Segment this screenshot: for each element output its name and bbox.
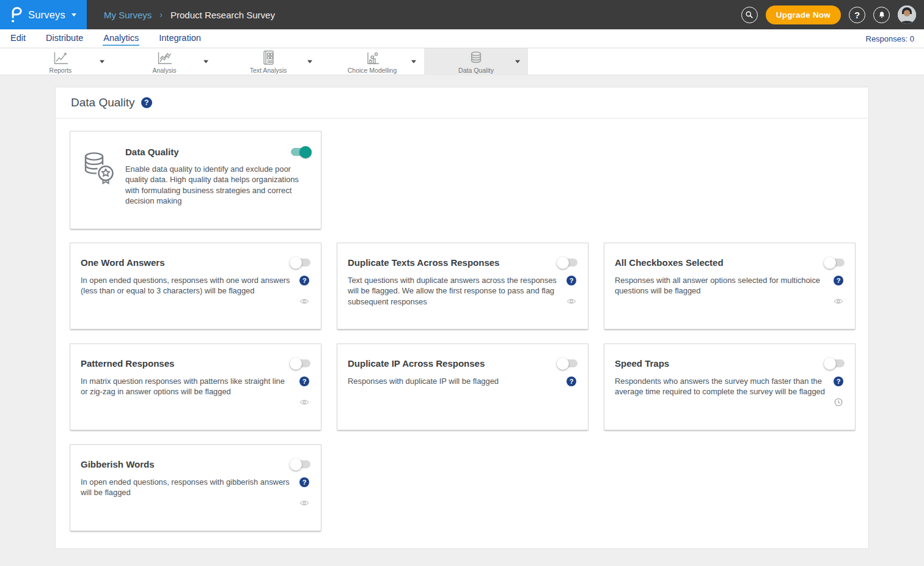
toggle-knob <box>824 358 836 370</box>
feature-card-title: Duplicate IP Across Responses <box>348 358 485 369</box>
toggle-knob <box>290 458 302 471</box>
product-menu-label: Surveys <box>28 9 65 21</box>
feature-side-icons: ? <box>298 477 310 508</box>
help-icon[interactable]: ? <box>834 276 843 285</box>
feature-side-icons: ? <box>298 275 310 306</box>
help-icon[interactable]: ? <box>834 377 843 386</box>
feature-toggle[interactable] <box>559 259 578 266</box>
tool-label: Choice Modelling <box>348 67 397 74</box>
data-quality-panel: Data Quality ? Data Quality <box>55 87 869 549</box>
help-icon[interactable]: ? <box>566 377 576 386</box>
feature-toggle[interactable] <box>826 359 845 367</box>
feature-toggle[interactable] <box>292 460 310 468</box>
topbar: Surveys My Surveys › Product Research Su… <box>0 0 924 29</box>
feature-side-icons: ? <box>565 376 578 386</box>
eye-icon[interactable] <box>299 296 309 306</box>
feature-toggle[interactable] <box>826 259 845 266</box>
help-button[interactable]: ? <box>849 7 865 23</box>
help-icon[interactable]: ? <box>566 276 576 285</box>
feature-card-title: Patterned Responses <box>81 358 174 369</box>
feature-card-title: Speed Traps <box>615 358 669 369</box>
breadcrumb-separator-icon: › <box>160 10 163 20</box>
product-menu[interactable]: Surveys <box>0 0 87 29</box>
feature-side-icons: ? <box>298 376 310 407</box>
feature-card-description: In matrix question responses with patter… <box>81 376 298 407</box>
feature-card: All Checkboxes Selected Responses with a… <box>604 243 856 329</box>
toggle-knob <box>824 257 836 269</box>
feature-side-icons: ? <box>832 376 845 407</box>
chevron-down-icon[interactable] <box>411 61 416 64</box>
document-grid-icon <box>261 50 276 65</box>
tool-choice-modelling[interactable]: Choice Modelling <box>320 48 424 75</box>
eye-icon[interactable] <box>566 296 576 306</box>
chevron-down-icon[interactable] <box>515 61 520 64</box>
tool-label: Data Quality <box>458 67 494 74</box>
nav-item-integration[interactable]: Integration <box>158 32 202 46</box>
feature-card-title: Gibberish Words <box>81 459 155 469</box>
chevron-down-icon[interactable] <box>307 61 312 64</box>
analytics-toolbar: Reports Analysis Text Analysis <box>0 48 924 75</box>
help-icon[interactable]: ? <box>299 377 309 386</box>
feature-toggle[interactable] <box>559 359 578 367</box>
tool-text-analysis[interactable]: Text Analysis <box>216 48 320 75</box>
feature-card-description: Responses with all answer options select… <box>615 275 832 306</box>
tool-data-quality[interactable]: Data Quality <box>424 48 528 75</box>
feature-card-description: Text questions with duplicate answers ac… <box>348 275 565 307</box>
tool-label: Text Analysis <box>250 67 287 74</box>
toggle-knob <box>557 257 569 269</box>
chevron-down-icon[interactable] <box>100 61 105 64</box>
feature-toggle[interactable] <box>292 259 310 266</box>
data-quality-toggle[interactable] <box>291 148 310 156</box>
clock-icon[interactable] <box>834 397 843 407</box>
upgrade-now-button[interactable]: Upgrade Now <box>766 6 841 24</box>
notifications-button[interactable] <box>873 7 890 23</box>
feature-card: One Word Answers In open ended questions… <box>70 243 321 329</box>
breadcrumb-parent-link[interactable]: My Surveys <box>104 10 152 20</box>
user-avatar[interactable] <box>898 6 916 24</box>
feature-card: Speed Traps Respondents who answers the … <box>604 344 856 430</box>
feature-toggle[interactable] <box>292 359 310 367</box>
chevron-down-icon <box>72 13 76 17</box>
feature-card: Patterned Responses In matrix question r… <box>70 344 321 430</box>
help-icon[interactable]: ? <box>299 477 309 487</box>
eye-icon[interactable] <box>299 498 309 508</box>
feature-card: Duplicate IP Across Responses Responses … <box>337 344 588 430</box>
tool-label: Analysis <box>152 67 176 74</box>
line-chart-icon <box>52 50 69 65</box>
feature-card-title: Duplicate Texts Across Responses <box>348 257 499 268</box>
feature-card-description: In open ended questions, responses with … <box>81 477 298 508</box>
master-card-title: Data Quality <box>125 147 179 157</box>
trend-lines-icon <box>156 50 173 65</box>
page-title: Data Quality <box>71 96 135 109</box>
tool-reports[interactable]: Reports <box>9 48 112 75</box>
feature-card-title: All Checkboxes Selected <box>615 257 724 268</box>
page-help-icon[interactable]: ? <box>141 97 152 108</box>
toggle-knob <box>290 358 302 370</box>
data-quality-master-card: Data Quality Enable data quality to iden… <box>70 131 321 229</box>
avatar-photo <box>898 6 916 24</box>
search-button[interactable] <box>741 7 758 23</box>
eye-icon[interactable] <box>834 296 843 306</box>
nav-item-edit[interactable]: Edit <box>10 32 26 46</box>
toggle-knob <box>557 358 569 370</box>
tool-analysis[interactable]: Analysis <box>112 48 216 75</box>
feature-card-description: In open ended questions, responses with … <box>81 275 298 306</box>
nav-item-distribute[interactable]: Distribute <box>45 32 84 46</box>
cards-area: Data Quality Enable data quality to iden… <box>56 119 868 543</box>
feature-side-icons: ? <box>832 275 845 306</box>
feature-side-icons: ? <box>565 275 578 307</box>
topbar-actions: Upgrade Now ? <box>741 6 924 24</box>
feature-cards-grid: One Word Answers In open ended questions… <box>70 243 854 531</box>
chevron-down-icon[interactable] <box>204 61 208 64</box>
question-mark-icon: ? <box>854 10 860 20</box>
help-icon[interactable]: ? <box>299 276 309 285</box>
feature-card: Duplicate Texts Across Responses Text qu… <box>337 243 588 329</box>
nav-item-analytics[interactable]: Analytics <box>103 32 139 46</box>
panel-header: Data Quality ? <box>56 87 868 119</box>
master-card-description: Enable data quality to identify and excl… <box>125 164 304 206</box>
database-award-icon <box>81 141 125 219</box>
database-icon <box>468 50 484 65</box>
survey-section-nav: Edit Distribute Analytics Integration Re… <box>0 29 924 48</box>
eye-icon[interactable] <box>299 397 309 407</box>
feature-card: Gibberish Words In open ended questions,… <box>70 444 321 531</box>
